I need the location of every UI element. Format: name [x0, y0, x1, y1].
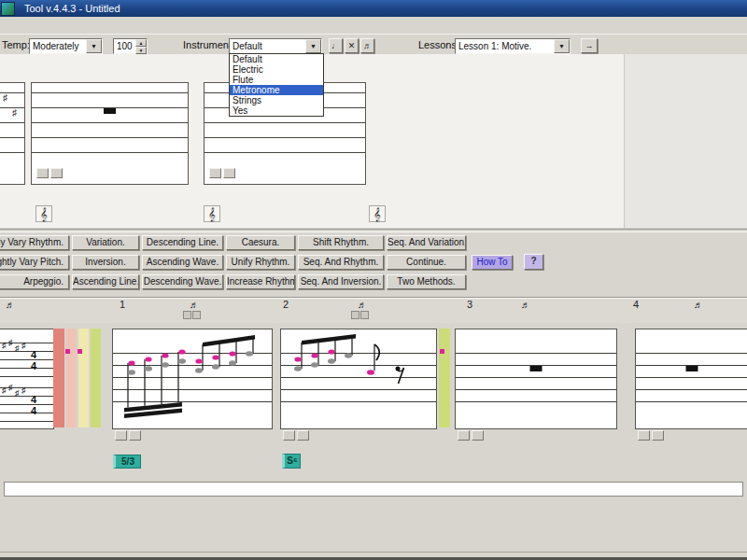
- dropdown-item-yes[interactable]: Yes: [230, 105, 323, 116]
- whole-rest: [104, 108, 116, 114]
- measure-3-notes-svg: [456, 329, 616, 428]
- app-icon: [1, 2, 15, 16]
- svg-text:4: 4: [31, 394, 37, 405]
- variation-button[interactable]: Variation.: [72, 235, 139, 250]
- measure-mini-button[interactable]: [638, 430, 650, 441]
- help-button[interactable]: ?: [524, 254, 543, 270]
- measure-mini-button[interactable]: [472, 430, 484, 441]
- dropdown-arrow-icon[interactable]: ▼: [86, 39, 102, 53]
- timeline-strip[interactable]: [4, 482, 743, 497]
- analysis-strip-pink[interactable]: [66, 329, 77, 427]
- spin-down-icon[interactable]: ▼: [135, 47, 147, 54]
- note-marker-icon: ♬: [694, 300, 703, 310]
- ruler-mini-button[interactable]: [360, 311, 369, 319]
- dropdown-item-default[interactable]: Default: [230, 54, 323, 64]
- seq-and-inversion-button[interactable]: Seq. And Inversion.: [298, 274, 384, 289]
- analysis-strip-red[interactable]: [53, 329, 64, 427]
- staff-panel-partial[interactable]: ♯ ♯: [0, 82, 25, 185]
- staff-mini-button[interactable]: [36, 168, 49, 178]
- note-group-down-beamed: [124, 349, 186, 418]
- dropdown-item-flute[interactable]: Flute: [230, 75, 323, 85]
- measure-panel-4[interactable]: [635, 329, 747, 429]
- dropdown-item-metronome[interactable]: Metronome: [230, 85, 323, 95]
- note-marker-icon: ♬: [521, 300, 530, 310]
- vary-pitch-button[interactable]: ightly Vary Pitch.: [0, 255, 69, 270]
- notes-tool-button[interactable]: ♬: [360, 38, 374, 53]
- whole-rest: [530, 366, 543, 371]
- instruments-dropdown-list: Default Electric Flute Metronome Strings…: [229, 53, 324, 117]
- dropdown-item-strings[interactable]: Strings: [230, 95, 323, 105]
- staff-area-background-right: [624, 54, 747, 228]
- measure-mini-button[interactable]: [297, 430, 309, 441]
- title-bar[interactable]: Tool v.4.4.3 - Untitled: [0, 0, 747, 17]
- measure-mini-button[interactable]: [283, 430, 295, 441]
- spin-up-icon[interactable]: ▲: [135, 39, 147, 47]
- svg-text:♯: ♯: [2, 385, 7, 395]
- tempo-bpm-stepper[interactable]: 100 ▲ ▼: [113, 38, 148, 54]
- caesura-button[interactable]: Caesura.: [226, 235, 295, 250]
- dropdown-item-electric[interactable]: Electric: [230, 64, 323, 75]
- sharp-icon: ♯: [3, 92, 7, 103]
- seq-and-rhythm-button[interactable]: Seq. And Rhythm.: [298, 255, 384, 270]
- whole-rest: [686, 366, 698, 371]
- analysis-strip-yellow[interactable]: [78, 329, 89, 427]
- arpeggio-button[interactable]: Arpeggio.: [0, 274, 69, 289]
- svg-text:4: 4: [31, 360, 37, 371]
- seq-and-variation-button[interactable]: Seq. And Variation.: [387, 235, 466, 250]
- staff-mini-button[interactable]: [50, 168, 63, 178]
- note-tool-button[interactable]: ♩: [329, 38, 343, 53]
- lessons-combobox[interactable]: Lesson 1: Motive. ▼: [455, 38, 571, 54]
- measure-number-4: 4: [633, 299, 639, 310]
- figured-bass-badge[interactable]: 5/3: [113, 455, 141, 469]
- descending-wave-button[interactable]: Descending Wave.: [142, 274, 223, 289]
- measure-mini-button[interactable]: [115, 430, 127, 441]
- measure-4-notes-svg: [636, 329, 747, 428]
- ascending-wave-button[interactable]: Ascending Wave.: [142, 255, 223, 270]
- shift-rhythm-button[interactable]: Shift Rhythm.: [298, 235, 384, 250]
- measure-panel-3[interactable]: [455, 329, 617, 429]
- tempo-combobox[interactable]: Moderately ▼: [29, 38, 103, 54]
- ascending-line-button[interactable]: Ascending Line.: [72, 274, 139, 289]
- chord-symbol-badge[interactable]: S⁶: [282, 454, 301, 469]
- staff-panel-1[interactable]: [31, 82, 189, 185]
- ruler-mini-button[interactable]: [192, 311, 201, 319]
- delete-tool-button[interactable]: ✕: [345, 38, 359, 53]
- how-to-button[interactable]: How To: [472, 255, 513, 270]
- key-signature-svg: ♯♯ ♯♯ ♯♯ ♯♯ 4 4 4 4: [0, 329, 53, 428]
- unify-rhythm-button[interactable]: Unify Rhythm.: [226, 255, 295, 270]
- treble-clef-button[interactable]: 𝄞: [204, 205, 220, 222]
- eighth-rest: [396, 367, 404, 385]
- measure-2-notes-svg: [281, 329, 436, 428]
- vary-rhythm-button[interactable]: htly Vary Rhythm.: [0, 235, 69, 250]
- treble-clef-button[interactable]: 𝄞: [35, 205, 52, 222]
- separator: [0, 229, 747, 232]
- dropdown-arrow-icon[interactable]: ▼: [305, 39, 321, 53]
- measure-mini-button[interactable]: [129, 430, 141, 441]
- measure-panel-2[interactable]: [280, 329, 437, 429]
- continue-button[interactable]: Continue.: [387, 255, 466, 270]
- menu-strip: [0, 17, 747, 34]
- treble-clef-button[interactable]: 𝄞: [369, 205, 386, 222]
- staff-mini-button[interactable]: [209, 168, 221, 178]
- note-marker-icon: ♬: [358, 300, 367, 310]
- analysis-strip-green[interactable]: [439, 329, 450, 427]
- ruler-mini-button[interactable]: [351, 311, 359, 319]
- instruments-combobox[interactable]: Default ▼: [229, 38, 322, 54]
- descending-line-button[interactable]: Descending Line.: [142, 235, 223, 250]
- measure-mini-button[interactable]: [458, 430, 470, 441]
- two-methods-button[interactable]: Two Methods.: [387, 274, 466, 289]
- measure-mini-button[interactable]: [652, 430, 664, 441]
- increase-rhythm-button[interactable]: Increase Rhythm: [226, 274, 295, 289]
- pitch-dot: [65, 349, 70, 354]
- measure-number-2: 2: [283, 299, 289, 310]
- inversion-button[interactable]: Inversion.: [72, 255, 139, 270]
- go-button[interactable]: →: [581, 38, 598, 53]
- staff-mini-button[interactable]: [223, 168, 235, 178]
- svg-text:4: 4: [31, 349, 37, 360]
- ruler-mini-button[interactable]: [183, 311, 191, 319]
- analysis-strip-green[interactable]: [91, 329, 101, 427]
- measure-panel-1[interactable]: [112, 329, 273, 429]
- bottom-divider: [0, 552, 747, 553]
- note-marker-icon: ♬: [190, 300, 199, 310]
- dropdown-arrow-icon[interactable]: ▼: [554, 39, 570, 53]
